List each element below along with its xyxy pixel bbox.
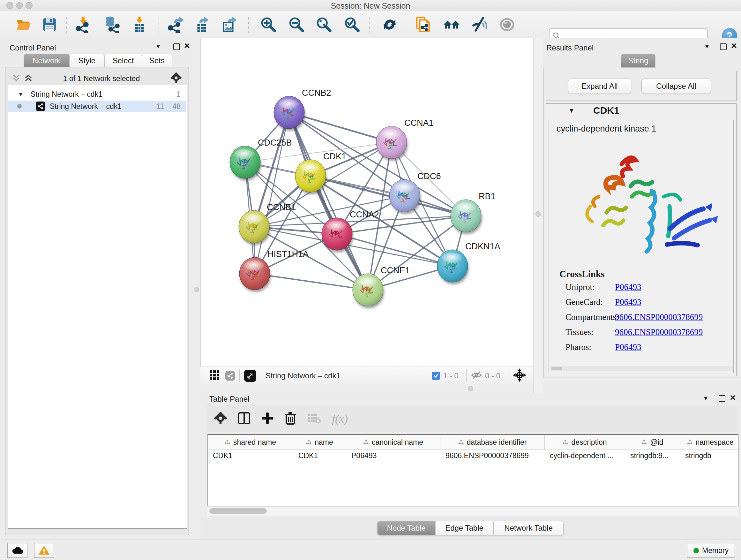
export-image-icon[interactable] — [219, 15, 238, 34]
right-splitter-handle[interactable] — [536, 211, 541, 217]
node-label-CDK1: CDK1 — [323, 152, 346, 161]
float-panel-icon[interactable]: ▾ — [156, 42, 160, 51]
tab-edge-table[interactable]: Edge Table — [435, 521, 493, 535]
table-options-gear-icon[interactable] — [214, 412, 227, 426]
crosslink-link[interactable]: P06493 — [615, 282, 642, 292]
tab-network-table[interactable]: Network Table — [493, 521, 563, 535]
network-graph[interactable]: CCNB2CCNA1CDC25BCDK1CDC6RB1CCNB1CCNA2CDK… — [201, 38, 534, 367]
table-hscrollbar[interactable] — [207, 506, 738, 516]
export-network-icon[interactable] — [166, 15, 185, 34]
network-from-file-icon[interactable] — [414, 15, 433, 34]
crosslink-link[interactable]: P06493 — [615, 342, 642, 352]
table-cell[interactable]: CDK1 — [208, 451, 293, 460]
table-row[interactable]: CDK1CDK1P064939606.ENSP00000378699cyclin… — [208, 450, 738, 461]
results-hscrollbar[interactable] — [550, 366, 733, 371]
network-node-RB1[interactable]: RB1 — [451, 192, 495, 234]
table-cell[interactable]: CDK1 — [293, 451, 346, 460]
crosslink-label: Pharos: — [565, 342, 615, 352]
column-header-canonical-name[interactable]: canonical name — [346, 435, 441, 449]
expand-all-button[interactable]: Expand All — [568, 78, 631, 94]
fit-content-crosshair-icon[interactable] — [513, 368, 526, 383]
tab-sets[interactable]: Sets — [142, 54, 172, 68]
zoom-out-icon[interactable] — [287, 15, 306, 34]
show-columns-icon[interactable] — [238, 412, 251, 426]
network-options-gear-icon[interactable] — [171, 72, 182, 85]
network-node-HIST1H1A[interactable]: HIST1H1A — [239, 249, 309, 292]
network-node-CCNB1[interactable]: CCNB1 — [239, 202, 296, 245]
zoom-fit-icon[interactable] — [315, 15, 333, 34]
table-cell[interactable]: 9606.ENSP00000378699 — [441, 451, 545, 460]
tab-select[interactable]: Select — [105, 54, 142, 68]
column-header-@id[interactable]: @id — [625, 435, 680, 449]
warnings-button[interactable] — [34, 543, 54, 558]
birdseye-view-icon[interactable] — [244, 370, 256, 382]
column-header-database-identifier[interactable]: database identifier — [441, 435, 545, 449]
bottom-splitter-handle[interactable] — [468, 386, 473, 391]
collapse-all-networks-icon[interactable] — [12, 74, 20, 83]
cloud-button[interactable] — [7, 543, 27, 558]
zoom-in-icon[interactable] — [259, 15, 278, 34]
table-hscrollbar-thumb[interactable] — [209, 508, 267, 514]
collection-expand-icon[interactable]: ▼ — [18, 91, 23, 98]
collapse-all-button[interactable]: Collapse All — [642, 78, 711, 94]
memory-button[interactable]: Memory — [687, 543, 735, 558]
import-network-database-icon[interactable] — [103, 15, 121, 34]
float-panel-icon[interactable]: ▾ — [705, 42, 709, 51]
network-node-CCNB2[interactable]: CCNB2 — [274, 88, 331, 131]
results-hscrollbar-thumb[interactable] — [551, 367, 562, 370]
network-node-CDKN1A[interactable]: CDKN1A — [437, 242, 500, 285]
show-hide-icon[interactable] — [470, 15, 488, 34]
tab-node-table[interactable]: Node Table — [377, 521, 435, 535]
zoom-selected-icon[interactable] — [343, 15, 361, 34]
network-node-CCNE1[interactable]: CCNE1 — [353, 266, 410, 308]
gray-orb-icon[interactable] — [498, 15, 516, 34]
export-table-icon[interactable] — [193, 15, 211, 34]
crosslink-link[interactable]: 9606.ENSP00000378699 — [615, 327, 703, 337]
network-view-icon[interactable] — [225, 371, 235, 381]
tab-network[interactable]: Network — [23, 54, 70, 68]
tab-style[interactable]: Style — [70, 54, 105, 68]
delete-table-icon — [307, 413, 321, 425]
table-cell[interactable]: P06493 — [346, 451, 441, 460]
column-header-name[interactable]: name — [293, 435, 346, 449]
import-network-file-icon[interactable] — [74, 15, 92, 34]
undock-panel-icon[interactable] — [720, 44, 727, 50]
bottom-splitter[interactable] — [200, 384, 533, 393]
table-cell[interactable]: stringdb:9... — [625, 451, 680, 460]
add-column-icon[interactable] — [261, 412, 274, 426]
crosslink-link[interactable]: P06493 — [615, 297, 642, 307]
left-splitter-handle[interactable] — [194, 287, 199, 292]
float-panel-icon[interactable]: ▾ — [704, 394, 708, 402]
save-session-icon[interactable] — [40, 15, 59, 34]
left-splitter[interactable] — [192, 38, 200, 540]
column-header-shared-name[interactable]: shared name — [208, 435, 293, 449]
tab-string[interactable]: String — [621, 54, 656, 68]
right-splitter[interactable] — [533, 38, 542, 393]
column-header-description[interactable]: description — [545, 435, 625, 449]
selected-count-checkbox-icon[interactable] — [432, 372, 440, 380]
home-icon[interactable] — [442, 15, 461, 34]
refresh-icon[interactable] — [381, 15, 399, 34]
network-edge-HIST1H1A-CCNE1[interactable] — [255, 273, 368, 290]
undock-panel-icon[interactable] — [173, 44, 180, 50]
network-collection-row[interactable]: ▼ String Network – cdk1 1 — [8, 88, 186, 100]
hidden-eye-icon[interactable] — [471, 371, 482, 381]
close-panel-icon[interactable]: ✕ — [731, 42, 737, 51]
close-panel-icon[interactable]: ✕ — [184, 42, 190, 51]
close-panel-icon[interactable]: ✕ — [730, 393, 736, 402]
delete-column-icon[interactable] — [284, 411, 297, 427]
network-canvas[interactable]: CCNB2CCNA1CDC25BCDK1CDC6RB1CCNB1CCNA2CDK… — [200, 38, 533, 367]
column-header-namespace[interactable]: namespace — [680, 435, 738, 449]
table-cell[interactable]: cyclin-dependent ... — [545, 451, 625, 460]
crosslink-link[interactable]: 9606.ENSP00000378699 — [615, 312, 703, 322]
gene-expand-icon[interactable]: ▼ — [568, 107, 575, 114]
network-node-CDK1[interactable]: CDK1 — [295, 152, 346, 194]
network-row[interactable]: String Network – cdk1 11 48 — [8, 101, 186, 112]
import-table-icon[interactable] — [130, 15, 149, 34]
expand-all-networks-icon[interactable] — [24, 74, 32, 83]
undock-panel-icon[interactable] — [719, 395, 725, 402]
table-cell[interactable]: stringdb — [680, 451, 738, 460]
open-session-icon[interactable] — [14, 15, 32, 34]
grid-view-icon[interactable] — [209, 370, 219, 381]
network-node-CCNA1[interactable]: CCNA1 — [376, 118, 434, 161]
